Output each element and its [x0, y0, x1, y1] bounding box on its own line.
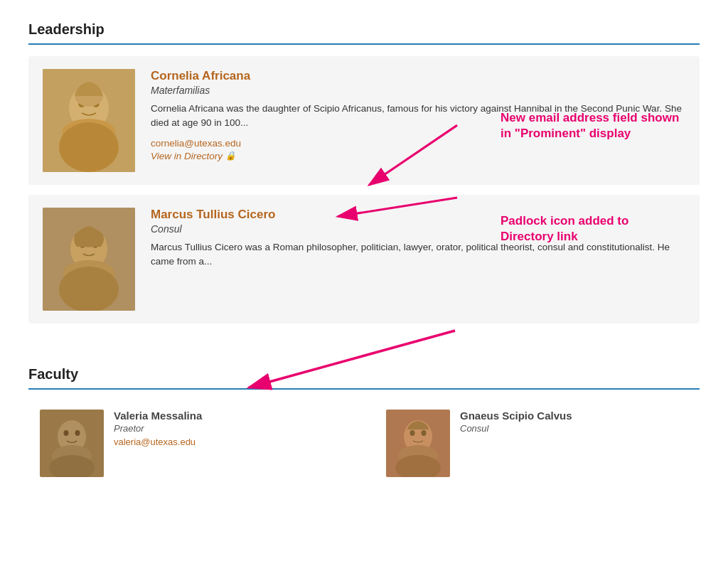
- cornelia-name: Cornelia Africana: [151, 69, 685, 83]
- calvus-content: Gnaeus Scipio Calvus Consul: [460, 410, 688, 437]
- page-wrapper: Leadership: [28, 21, 700, 486]
- messalina-email: valeria@utexas.edu: [114, 437, 342, 447]
- svg-point-21: [64, 430, 69, 436]
- svg-point-3: [59, 122, 119, 172]
- cornelia-email[interactable]: cornelia@utexas.edu: [151, 138, 241, 149]
- svg-point-10: [59, 267, 119, 311]
- avatar-calvus: [386, 410, 450, 477]
- faculty-divider: [28, 388, 700, 390]
- calvus-role: Consul: [460, 423, 688, 434]
- leadership-section: Leadership: [28, 21, 700, 324]
- avatar-cornelia: [43, 69, 135, 172]
- annotation-email-prominent: New email address field shown in "Promin…: [500, 110, 685, 141]
- avatar-cicero-image: [43, 208, 135, 311]
- faculty-title: Faculty: [28, 366, 700, 383]
- cornelia-directory-link[interactable]: View in Directory 🔒: [151, 151, 236, 161]
- messalina-name: Valeria Messalina: [114, 410, 342, 422]
- svg-point-22: [75, 430, 80, 436]
- svg-point-27: [410, 430, 415, 436]
- calvus-name: Gnaeus Scipio Calvus: [460, 410, 688, 422]
- messalina-role: Praetor: [114, 423, 342, 434]
- messalina-content: Valeria Messalina Praetor valeria@utexas…: [114, 410, 342, 447]
- leadership-divider: [28, 43, 700, 45]
- faculty-row: Valeria Messalina Praetor valeria@utexas…: [28, 401, 700, 486]
- avatar-cornelia-image: [43, 69, 135, 172]
- padlock-icon: 🔒: [225, 151, 236, 161]
- avatar-cicero: [43, 208, 135, 311]
- leadership-title: Leadership: [28, 21, 700, 38]
- annotation-padlock: Padlock icon added to Directory link: [500, 213, 657, 245]
- faculty-card-calvus: Gnaeus Scipio Calvus Consul: [375, 401, 700, 486]
- avatar-messalina: [40, 410, 104, 477]
- directory-link-text: View in Directory: [151, 151, 223, 161]
- faculty-card-messalina: Valeria Messalina Praetor valeria@utexas…: [28, 401, 353, 486]
- cornelia-role: Materfamilias: [151, 85, 685, 96]
- svg-point-28: [422, 430, 427, 436]
- faculty-section: Faculty: [28, 366, 700, 486]
